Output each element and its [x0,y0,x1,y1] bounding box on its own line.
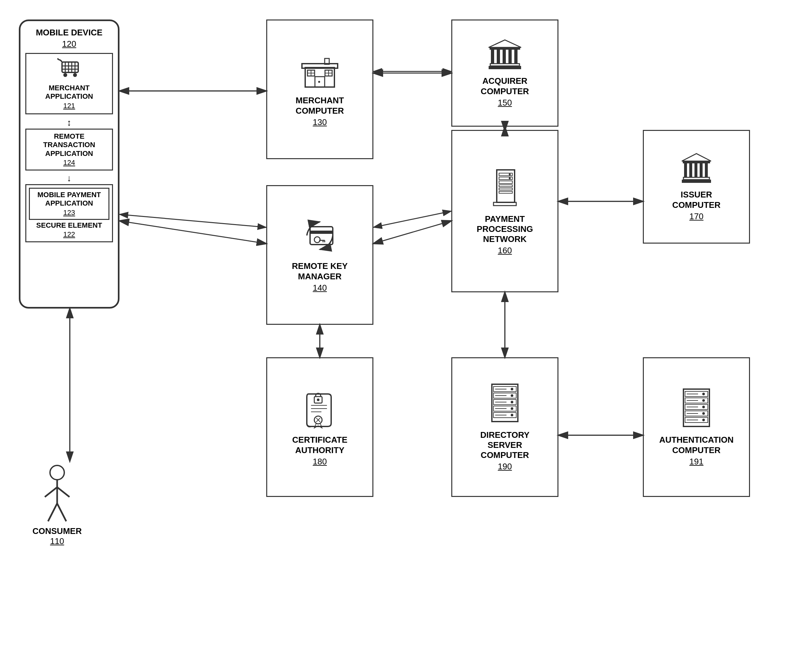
svg-rect-52 [499,181,512,183]
svg-point-21 [63,73,67,77]
svg-rect-63 [694,163,697,177]
svg-rect-13 [62,62,78,73]
remote-key-manager-box: REMOTE KEYMANAGER 140 [266,185,373,325]
directory-server-box: DIRECTORYSERVERCOMPUTER 190 [451,357,559,497]
svg-rect-64 [700,163,703,177]
svg-point-100 [702,406,705,408]
shopping-cart-icon [30,57,109,81]
issuer-bank-icon [680,152,713,186]
svg-point-56 [509,173,511,175]
authentication-computer-label: AUTHENTICATIONCOMPUTER [659,435,733,455]
authentication-computer-box: AUTHENTICATIONCOMPUTER 191 [643,357,750,497]
certificate-authority-label: CERTIFICATEAUTHORITY [292,435,348,455]
directory-server-label: DIRECTORYSERVERCOMPUTER [480,430,530,460]
svg-rect-54 [499,188,512,190]
svg-point-102 [702,419,705,421]
remote-key-manager-label: REMOTE KEYMANAGER [292,261,348,281]
svg-marker-67 [682,154,711,161]
svg-point-108 [50,465,64,480]
bank-icon [487,38,523,72]
connectors-svg [0,0,812,659]
secure-element-box: MOBILE PAYMENTAPPLICATION 123 SECURE ELE… [25,184,113,242]
svg-rect-35 [490,64,519,66]
svg-point-85 [511,407,513,410]
svg-point-84 [511,401,513,404]
svg-rect-92 [683,389,710,426]
mobile-device-container: MOBILE DEVICE 120 [19,19,120,309]
mobile-payment-label: MOBILE PAYMENTAPPLICATION [32,191,107,208]
svg-point-99 [702,399,705,402]
secure-element-label: SECURE ELEMENT [29,221,109,230]
arrow-down-2: ↓ [25,173,113,183]
svg-point-22 [73,73,77,77]
arrow-down-1: ↕ [25,118,113,128]
svg-rect-37 [497,50,500,64]
svg-rect-58 [494,202,516,206]
server-tower-icon [489,167,521,210]
remote-transaction-label: REMOTETRANSACTIONAPPLICATION [29,132,109,158]
svg-point-72 [317,399,319,401]
svg-point-98 [702,393,705,395]
svg-rect-65 [705,163,708,177]
svg-line-120 [373,221,451,244]
svg-line-110 [45,487,57,497]
consumer-figure-icon [38,461,77,526]
remote-key-manager-id: 140 [313,283,327,293]
issuer-computer-box: ISSUERCOMPUTER 170 [643,130,750,244]
svg-rect-44 [310,230,333,234]
issuer-computer-id: 170 [689,211,703,222]
svg-rect-40 [514,50,518,64]
payment-processing-network-box: PAYMENTPROCESSINGNETWORK 160 [451,130,559,292]
mobile-device-id: 120 [25,39,113,49]
svg-rect-60 [683,177,710,180]
directory-server-id: 190 [498,462,512,471]
store-icon [300,51,339,91]
secure-element-id: 122 [29,230,109,239]
auth-server-icon [680,388,713,431]
svg-point-83 [511,394,513,397]
svg-point-57 [509,177,511,179]
svg-line-112 [48,503,57,521]
svg-marker-42 [489,40,521,47]
merchant-computer-label: MERCHANTCOMPUTER [296,96,344,116]
mobile-device-label: MOBILE DEVICE [25,28,113,38]
acquirer-computer-box: ACQUIRERCOMPUTER 150 [451,19,559,127]
svg-point-101 [702,412,705,415]
svg-point-82 [511,388,513,390]
merchant-app-label: MERCHANTAPPLICATION [30,84,109,101]
svg-line-5 [120,214,266,227]
svg-line-119 [120,221,266,244]
key-manager-icon [300,217,339,257]
remote-transaction-box: REMOTETRANSACTIONAPPLICATION 124 [25,129,113,170]
certificate-authority-id: 180 [313,457,327,467]
svg-rect-61 [684,163,687,177]
payment-processing-network-label: PAYMENTPROCESSINGNETWORK [477,214,533,244]
issuer-computer-label: ISSUERCOMPUTER [672,190,721,210]
merchant-app-box: MERCHANTAPPLICATION 121 [25,53,113,114]
payment-processing-network-id: 160 [498,246,512,255]
server-rack-icon [489,383,521,426]
svg-line-6 [373,211,451,227]
mobile-payment-inner: MOBILE PAYMENTAPPLICATION 123 [29,188,109,220]
consumer-area: CONSUMER 110 [33,461,82,546]
svg-line-20 [57,58,59,60]
svg-rect-76 [492,384,518,422]
svg-rect-38 [503,50,506,64]
certificate-icon [302,388,338,431]
mobile-payment-id: 123 [32,208,107,217]
acquirer-computer-id: 150 [498,98,512,108]
svg-rect-62 [689,163,692,177]
svg-line-113 [57,503,66,521]
svg-rect-36 [491,50,494,64]
svg-rect-49 [497,170,515,202]
svg-rect-53 [499,185,512,187]
arrows-overlay [0,0,812,659]
certificate-authority-box: CERTIFICATEAUTHORITY 180 [266,357,373,497]
merchant-computer-id: 130 [313,117,327,127]
merchant-computer-box: MERCHANTCOMPUTER 130 [266,19,373,159]
svg-rect-39 [508,50,512,64]
remote-transaction-id: 124 [29,159,109,167]
svg-point-45 [314,237,320,243]
svg-line-111 [57,487,69,497]
consumer-label: CONSUMER [33,526,82,536]
